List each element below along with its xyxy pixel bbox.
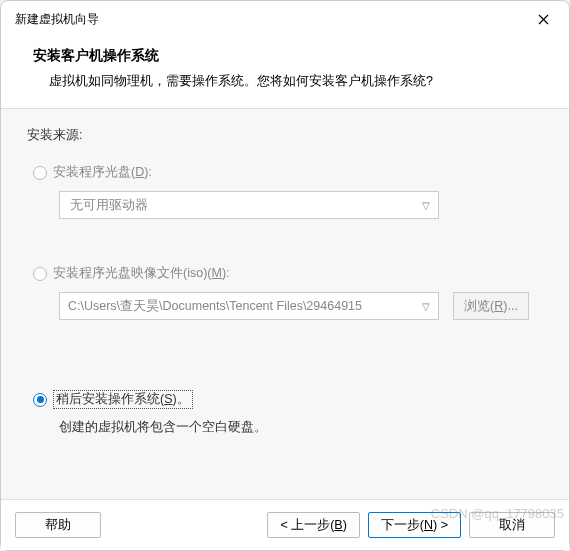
label-key: D <box>135 165 144 179</box>
close-icon[interactable] <box>529 7 557 31</box>
section-label: 安装来源: <box>27 127 543 144</box>
browse-button[interactable]: 浏览(R)... <box>453 292 529 320</box>
label-post: )... <box>503 299 518 313</box>
chevron-down-icon: ▽ <box>422 301 430 312</box>
label-pre: < 上一步( <box>280 517 334 534</box>
next-button[interactable]: 下一步(N) > <box>368 512 461 538</box>
header-panel: 安装客户机操作系统 虚拟机如同物理机，需要操作系统。您将如何安装客户机操作系统? <box>1 33 569 109</box>
later-desc: 创建的虚拟机将包含一个空白硬盘。 <box>59 419 543 436</box>
chevron-down-icon: ▽ <box>422 200 430 211</box>
label-pre: 安装程序光盘( <box>53 165 135 179</box>
radio-icon <box>33 166 47 180</box>
label-post: ) <box>343 518 347 532</box>
window-title: 新建虚拟机向导 <box>15 11 99 28</box>
wizard-window: 新建虚拟机向导 安装客户机操作系统 虚拟机如同物理机，需要操作系统。您将如何安装… <box>0 0 570 551</box>
radio-row-later[interactable]: 稍后安装操作系统(S)。 <box>27 390 543 409</box>
option-install-iso: 安装程序光盘映像文件(iso)(M): C:\Users\查天昊\Documen… <box>27 265 543 320</box>
label-pre: 浏览( <box>464 298 494 315</box>
dropdown-value: 无可用驱动器 <box>70 197 148 214</box>
label-pre: 安装程序光盘映像文件(iso)( <box>53 266 211 280</box>
iso-path-input[interactable]: C:\Users\查天昊\Documents\Tencent Files\294… <box>59 292 439 320</box>
label-key: S <box>164 392 172 406</box>
label-key: B <box>334 518 342 532</box>
label-post: ) > <box>433 518 448 532</box>
label-pre: 稍后安装操作系统( <box>56 392 164 406</box>
iso-path-value: C:\Users\查天昊\Documents\Tencent Files\294… <box>68 298 362 315</box>
back-button[interactable]: < 上一步(B) <box>267 512 359 538</box>
radio-icon <box>33 393 47 407</box>
label-key: R <box>494 299 503 313</box>
label-pre: 下一步( <box>381 517 424 534</box>
radio-icon <box>33 267 47 281</box>
option-install-disc: 安装程序光盘(D): 无可用驱动器 ▽ <box>27 164 543 219</box>
radio-label-later: 稍后安装操作系统(S)。 <box>53 390 193 409</box>
disc-drive-dropdown[interactable]: 无可用驱动器 ▽ <box>59 191 439 219</box>
radio-label-iso: 安装程序光盘映像文件(iso)(M): <box>53 265 230 282</box>
radio-row-disc[interactable]: 安装程序光盘(D): <box>27 164 543 181</box>
label-post: ): <box>144 165 152 179</box>
label-post: )。 <box>173 392 190 406</box>
label-key: N <box>424 518 433 532</box>
page-title: 安装客户机操作系统 <box>33 47 541 65</box>
radio-row-iso[interactable]: 安装程序光盘映像文件(iso)(M): <box>27 265 543 282</box>
page-subtext: 虚拟机如同物理机，需要操作系统。您将如何安装客户机操作系统? <box>33 73 541 90</box>
titlebar: 新建虚拟机向导 <box>1 1 569 33</box>
label-key: M <box>211 266 221 280</box>
radio-label-disc: 安装程序光盘(D): <box>53 164 152 181</box>
cancel-button[interactable]: 取消 <box>469 512 555 538</box>
content-panel: 安装来源: 安装程序光盘(D): 无可用驱动器 ▽ 安装程序光盘映像文件(iso… <box>1 109 569 500</box>
option-install-later: 稍后安装操作系统(S)。 创建的虚拟机将包含一个空白硬盘。 <box>27 390 543 436</box>
iso-file-row: C:\Users\查天昊\Documents\Tencent Files\294… <box>59 292 543 320</box>
footer: 帮助 < 上一步(B) 下一步(N) > 取消 <box>1 500 569 550</box>
label-post: ): <box>222 266 230 280</box>
help-button[interactable]: 帮助 <box>15 512 101 538</box>
